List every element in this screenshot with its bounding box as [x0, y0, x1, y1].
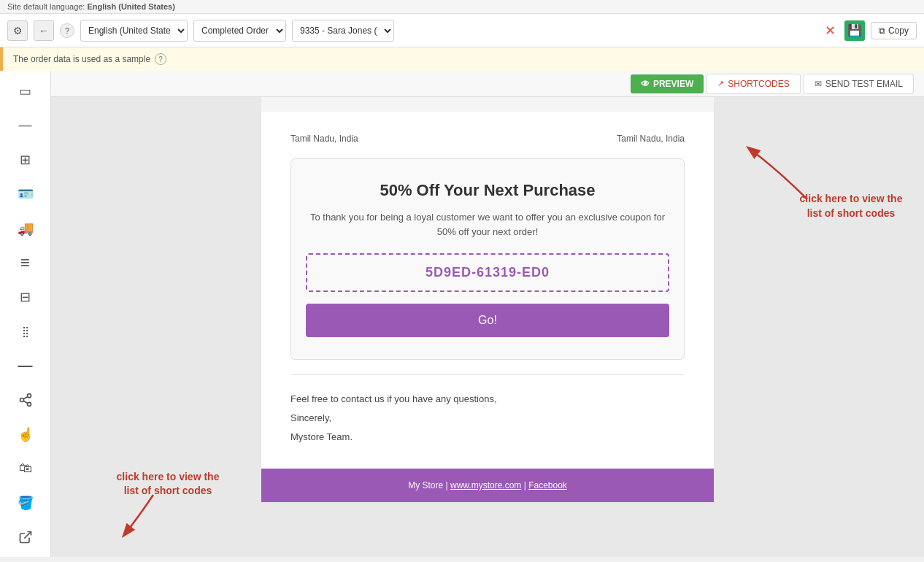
content-area: Tamil Nadu, India Tamil Nadu, India 50% …	[51, 97, 924, 557]
sidebar-fill-icon[interactable]: 🪣	[11, 490, 40, 515]
address-right: Tamil Nadu, India	[617, 134, 685, 144]
svg-line-5	[24, 531, 31, 538]
gear-button[interactable]: ⚙	[7, 20, 28, 41]
coupon-heading: 50% Off Your Next Purchase	[306, 181, 669, 200]
shortcodes-label: SHORTCODES	[728, 79, 789, 89]
alert-help-icon[interactable]: ?	[155, 53, 166, 65]
svg-point-1	[20, 398, 23, 401]
address-left: Tamil Nadu, India	[290, 134, 358, 144]
help-icon: ?	[65, 26, 69, 35]
meta-bar: Site default language: English (United S…	[0, 0, 924, 14]
email-body: Tamil Nadu, India Tamil Nadu, India 50% …	[261, 112, 714, 469]
svg-point-0	[27, 393, 31, 397]
copy-label: Copy	[888, 26, 909, 36]
coupon-button[interactable]: Go!	[306, 304, 669, 337]
svg-point-2	[27, 402, 31, 406]
footer-line-3: Mystore Team.	[290, 428, 685, 447]
facebook-link[interactable]: Facebook	[528, 480, 567, 490]
coupon-code: 5D9ED-61319-ED0	[426, 265, 550, 280]
send-test-button[interactable]: ✉ SEND TEST EMAIL	[804, 74, 914, 94]
sidebar-lines-icon[interactable]: ≡	[11, 250, 40, 275]
alert-bar: The order data is used as a sample ?	[0, 47, 924, 71]
sidebar-truck-icon[interactable]: 🚚	[11, 215, 40, 241]
meta-label: Site default language:	[7, 2, 85, 11]
send-test-label: SEND TEST EMAIL	[825, 79, 903, 89]
svg-line-3	[23, 401, 28, 403]
customer-select[interactable]: 9335 - Sara Jones (	[292, 20, 394, 42]
order-type-select[interactable]: Completed Order	[193, 20, 286, 42]
svg-line-4	[23, 396, 28, 399]
coupon-body: To thank you for being a loyal customer …	[306, 210, 669, 239]
sidebar-finger-icon[interactable]: ☝	[11, 421, 40, 447]
alert-text: The order data is used as a sample	[13, 54, 150, 64]
sidebar-grid-icon[interactable]: ⊞	[11, 147, 40, 172]
gear-icon: ⚙	[13, 25, 23, 36]
shortcodes-button[interactable]: ↗ SHORTCODES	[707, 74, 800, 94]
preview-toolbar: 👁 PREVIEW ↗ SHORTCODES ✉ SEND TEST EMAIL	[51, 71, 924, 97]
right-annotation: click here to view the list of short cod…	[793, 192, 909, 220]
store-name: My Store	[408, 480, 443, 490]
coupon-code-box: 5D9ED-61319-ED0	[306, 253, 669, 292]
back-icon: ←	[39, 25, 49, 36]
website-link[interactable]: www.mystore.com	[450, 480, 521, 490]
coupon-button-label: Go!	[478, 314, 497, 326]
sidebar: ▭ — ⊞ 🪪 🚚 ≡ ⊟ ⣿ — ☝ 🛍 🪣	[0, 71, 51, 557]
close-button[interactable]: ✕	[822, 23, 839, 39]
sidebar-dash-icon[interactable]: —	[11, 353, 40, 378]
sidebar-rectangle-icon[interactable]: ▭	[11, 78, 40, 104]
coupon-box: 50% Off Your Next Purchase To thank you …	[290, 158, 685, 360]
save-icon: 💾	[847, 23, 862, 37]
sidebar-bag-icon[interactable]: 🛍	[11, 455, 40, 481]
copy-button[interactable]: ⧉ Copy	[871, 22, 917, 39]
sidebar-share-icon[interactable]	[11, 387, 40, 412]
email-preview: Tamil Nadu, India Tamil Nadu, India 50% …	[261, 97, 714, 502]
address-row: Tamil Nadu, India Tamil Nadu, India	[290, 134, 685, 144]
main-toolbar: ⚙ ← ? English (United State Completed Or…	[0, 14, 924, 47]
language-select[interactable]: English (United State	[80, 20, 188, 42]
email-footer: My Store | www.mystore.com | Facebook	[261, 469, 714, 502]
copy-icon: ⧉	[879, 26, 885, 36]
left-annotation: click here to view the list of short cod…	[109, 470, 226, 499]
mail-icon: ✉	[815, 79, 822, 89]
eye-icon: 👁	[641, 79, 650, 89]
help-button[interactable]: ?	[60, 23, 74, 38]
footer-line-2: Sincerely,	[290, 409, 685, 428]
save-button[interactable]: 💾	[844, 20, 865, 41]
divider	[290, 374, 685, 375]
footer-text: Feel free to contact us if you have any …	[290, 390, 685, 447]
preview-label: PREVIEW	[653, 79, 693, 89]
back-button[interactable]: ←	[34, 20, 54, 41]
shortcodes-icon: ↗	[717, 79, 724, 88]
footer-line-1: Feel free to contact us if you have any …	[290, 390, 685, 409]
sidebar-block-icon[interactable]: ⊟	[11, 284, 40, 309]
preview-button[interactable]: 👁 PREVIEW	[631, 74, 704, 93]
meta-value: English (United States)	[87, 2, 174, 11]
sidebar-apps-icon[interactable]: ⣿	[11, 318, 40, 344]
sidebar-minus-icon[interactable]: —	[11, 112, 40, 138]
sidebar-export-icon[interactable]	[11, 524, 40, 550]
main-layout: ▭ — ⊞ 🪪 🚚 ≡ ⊟ ⣿ — ☝ 🛍 🪣 �	[0, 71, 924, 557]
sidebar-card-icon[interactable]: 🪪	[11, 181, 40, 207]
